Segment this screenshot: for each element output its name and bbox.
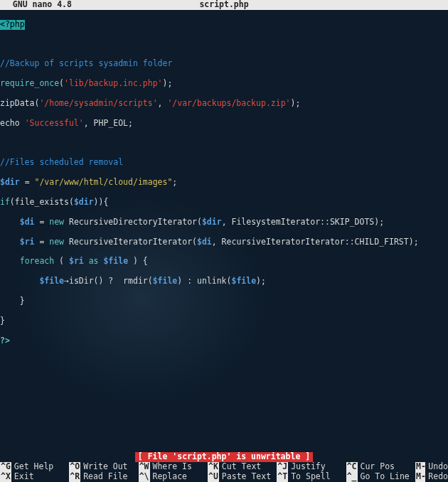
isdir-rmdir: isDir() ? rmdir(: [69, 276, 153, 286]
brace-close1: }: [0, 296, 25, 306]
var-file4: $file: [231, 276, 256, 286]
string-path2: '/var/backups/backup.zip': [167, 98, 290, 108]
unlink: ) : unlink(: [177, 276, 231, 286]
key-meta-u: M-U: [415, 462, 425, 472]
key-ctrl-c: ^C: [346, 462, 358, 472]
arrow-op: →: [64, 276, 69, 286]
var-dir: $dir: [0, 177, 20, 187]
fn-zipdata: zipData(: [0, 98, 39, 108]
label-cut-text: Cut Text: [219, 462, 261, 472]
string-path1: '/home/sysadmin/scripts': [39, 98, 157, 108]
editor-area[interactable]: <?php //Backup of scripts sysadmin folde…: [0, 10, 448, 355]
shortcut-undo[interactable]: M-UUndo: [415, 462, 448, 472]
shortcut-justify[interactable]: ^JJustify: [277, 462, 346, 472]
semi: ;: [172, 177, 177, 187]
stmt-end: );: [291, 98, 301, 108]
key-ctrl-x: ^X: [0, 472, 11, 482]
class-rii: RecursiveIteratorIterator(: [64, 237, 197, 247]
key-ctrl-k: ^K: [208, 462, 219, 472]
var-ri: $ri: [20, 237, 35, 247]
label-exit: Exit: [11, 472, 34, 482]
class-rdi: RecursiveDirectoryIterator(: [64, 217, 202, 227]
eq3: =: [34, 237, 49, 247]
label-replace: Replace: [150, 472, 187, 482]
label-read-file: Read File: [80, 472, 127, 482]
key-ctrl-g: ^G: [0, 462, 11, 472]
var-di-arg: $di: [197, 237, 212, 247]
php-open-tag: <?php: [0, 20, 25, 30]
shortcut-redo[interactable]: M-ERedo: [415, 472, 448, 482]
skip-dots: , FilesystemIterator::SKIP_DOTS);: [222, 217, 384, 227]
paren-end: );: [163, 78, 173, 88]
var-file: $file: [103, 256, 128, 266]
string-lib: 'lib/backup.inc.php': [64, 78, 162, 88]
var-di: $di: [20, 217, 35, 227]
key-ctrl-j: ^J: [277, 462, 288, 472]
var-file2: $file: [39, 276, 64, 286]
child-first: , RecursiveIteratorIterator::CHILD_FIRST…: [212, 237, 419, 247]
indent: [0, 217, 20, 227]
brace-close2: }: [0, 316, 5, 326]
label-paste-text: Paste Text: [219, 472, 271, 482]
comma: ,: [158, 98, 168, 108]
comment-backup: //Backup of scripts sysadmin folder: [0, 58, 172, 68]
indent3: [0, 256, 20, 266]
brace-open: )){: [94, 197, 109, 207]
status-bar: [ File 'script.php' is unwritable ]: [0, 452, 448, 462]
shortcut-read-file[interactable]: ^RRead File: [69, 472, 138, 482]
label-cur-pos: Cur Pos: [358, 462, 395, 472]
echo: echo: [0, 118, 25, 128]
if-keyword: if: [0, 197, 10, 207]
key-ctrl-u: ^U: [208, 472, 219, 482]
phpeol: , PHP_EOL;: [84, 118, 133, 128]
shortcut-get-help[interactable]: ^GGet Help: [0, 462, 69, 472]
label-justify: Justify: [288, 462, 325, 472]
var-ri2: $ri: [69, 256, 84, 266]
label-get-help: Get Help: [11, 462, 53, 472]
new-keyword2: new: [49, 237, 64, 247]
paren: (: [59, 78, 64, 88]
label-to-spell: To Spell: [288, 472, 330, 482]
key-ctrl-r: ^R: [69, 472, 80, 482]
shortcut-cut-text[interactable]: ^KCut Text: [208, 462, 277, 472]
shortcut-cur-pos[interactable]: ^CCur Pos: [346, 462, 415, 472]
label-where-is: Where Is: [150, 462, 192, 472]
shortcut-go-to-line[interactable]: ^_Go To Line: [346, 472, 415, 482]
as-keyword: as: [84, 256, 104, 266]
brace-open2: ) {: [128, 256, 148, 266]
shortcut-bar: ^GGet Help ^OWrite Out ^WWhere Is ^KCut …: [0, 462, 448, 482]
comment-files: //Files scheduled removal: [0, 157, 123, 167]
shortcut-write-out[interactable]: ^OWrite Out: [69, 462, 138, 472]
var-dir-arg2: $dir: [202, 217, 222, 227]
indent4: [0, 276, 39, 286]
require-keyword: require_once: [0, 78, 59, 88]
eq2: =: [34, 217, 49, 227]
file-name: script.php: [199, 0, 248, 10]
string-dirpath: "/var/www/html/cloud/images": [34, 177, 172, 187]
app-name: GNU nano 4.8: [3, 0, 72, 10]
shortcut-to-spell[interactable]: ^TTo Spell: [277, 472, 346, 482]
php-close-tag: ?>: [0, 336, 10, 346]
foreach-keyword: foreach: [20, 256, 54, 266]
title-bar: GNU nano 4.8 script.php: [0, 0, 448, 10]
key-meta-e: M-E: [415, 472, 425, 482]
file-exists: (file_exists(: [10, 197, 74, 207]
key-ctrl-backslash: ^\: [139, 472, 150, 482]
shortcut-where-is[interactable]: ^WWhere Is: [139, 462, 208, 472]
key-ctrl-o: ^O: [69, 462, 80, 472]
paren-open: (: [54, 256, 69, 266]
label-undo: Undo: [425, 462, 448, 472]
key-ctrl-t: ^T: [277, 472, 288, 482]
semi2: );: [256, 276, 266, 286]
string-success: 'Successful': [25, 118, 84, 128]
eq: =: [20, 177, 35, 187]
new-keyword: new: [49, 217, 64, 227]
indent2: [0, 237, 20, 247]
label-go-to-line: Go To Line: [358, 472, 410, 482]
shortcut-replace[interactable]: ^\Replace: [139, 472, 208, 482]
key-ctrl-w: ^W: [139, 462, 150, 472]
key-ctrl-underscore: ^_: [346, 472, 358, 482]
status-message: [ File 'script.php' is unwritable ]: [135, 452, 313, 462]
shortcut-paste-text[interactable]: ^UPaste Text: [208, 472, 277, 482]
shortcut-exit[interactable]: ^XExit: [0, 472, 69, 482]
